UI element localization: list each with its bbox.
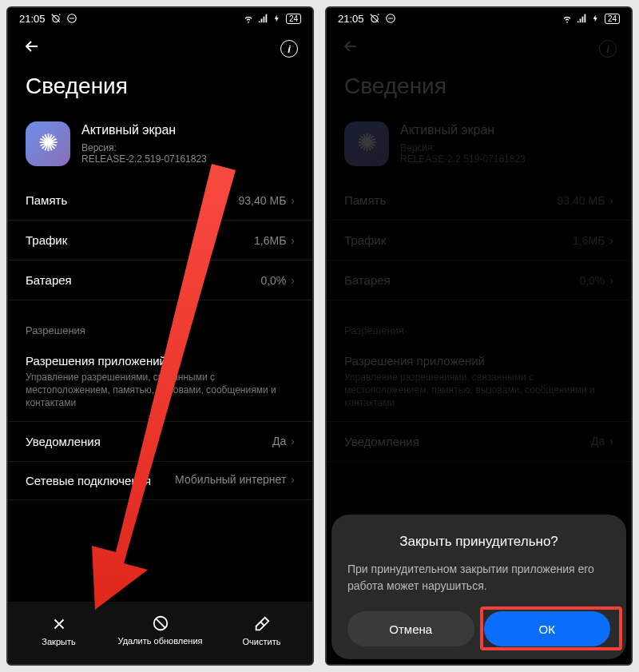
row-app-permissions[interactable]: Разрешения приложений Управление разреше… xyxy=(8,344,312,422)
app-version-label: Версия: xyxy=(81,142,295,153)
status-bar: 21:05 24 xyxy=(327,8,631,29)
status-time: 21:05 xyxy=(338,13,364,25)
row-battery-label: Батарея xyxy=(26,273,72,287)
bottom-clear-label: Очистить xyxy=(243,637,281,646)
row-memory[interactable]: Память 93,40 МБ› xyxy=(8,181,312,221)
dialog-text: При принудительном закрытии приложения е… xyxy=(347,561,610,594)
dnd-icon xyxy=(385,13,396,24)
charging-icon xyxy=(590,13,601,24)
row-traffic-label: Трафик xyxy=(26,233,67,247)
row-notifications-value: Да xyxy=(591,435,605,447)
app-name: Активный экран xyxy=(81,123,295,137)
row-network-value: Мобильный интернет xyxy=(175,473,286,486)
row-battery-value: 0,0% xyxy=(579,274,605,287)
back-icon[interactable] xyxy=(22,37,42,61)
row-notifications-value: Да xyxy=(272,435,286,447)
chevron-right-icon: › xyxy=(291,473,295,486)
wifi-icon xyxy=(243,13,254,24)
back-icon xyxy=(341,37,360,61)
row-network[interactable]: Сетевые подключения Мобильный интернет› xyxy=(8,462,312,501)
app-header: Активный экран Версия: RELEASE-2.2.519-0… xyxy=(8,115,312,181)
row-app-permissions-desc: Управление разрешениями, связанными с ме… xyxy=(344,371,613,410)
app-version: RELEASE-2.2.519-07161823 xyxy=(81,153,295,165)
app-header: Активный экран Версия: RELEASE-2.2.519-0… xyxy=(327,115,631,181)
app-icon xyxy=(344,121,389,166)
chevron-right-icon: › xyxy=(291,435,295,447)
top-bar: i xyxy=(327,29,631,69)
chevron-right-icon: › xyxy=(291,234,295,247)
app-version-label: Версия: xyxy=(400,142,613,153)
bottom-bar: Закрыть Удалить обновления Очистить xyxy=(8,602,312,664)
ok-button[interactable]: ОК xyxy=(484,611,611,646)
cancel-button[interactable]: Отмена xyxy=(347,611,474,646)
row-network-label: Сетевые подключения xyxy=(26,473,151,489)
section-permissions: Разрешения xyxy=(8,324,312,344)
alarm-off-icon xyxy=(369,13,380,24)
chevron-right-icon: › xyxy=(609,435,613,447)
row-notifications-label: Уведомления xyxy=(344,435,419,448)
phone-left: 21:05 24 i Све xyxy=(6,6,314,666)
row-traffic-label: Трафик xyxy=(344,233,386,247)
row-memory: Память 93,40 МБ› xyxy=(327,181,631,221)
row-app-permissions-label: Разрешения приложений xyxy=(26,354,295,368)
bottom-uninstall-updates[interactable]: Удалить обновления xyxy=(110,614,211,646)
signal-icon xyxy=(576,13,587,24)
app-name: Активный экран xyxy=(400,123,613,137)
row-memory-value: 93,40 МБ xyxy=(558,194,605,207)
row-traffic: Трафик 1,6МБ› xyxy=(327,221,631,260)
row-memory-label: Память xyxy=(344,193,386,207)
status-bar: 21:05 24 xyxy=(8,8,312,29)
info-icon: i xyxy=(599,40,617,58)
dnd-icon xyxy=(66,13,77,24)
page-title: Сведения xyxy=(8,69,312,115)
charging-icon xyxy=(272,13,283,24)
app-version: RELEASE-2.2.519-07161823 xyxy=(400,153,613,165)
row-traffic-value: 1,6МБ xyxy=(573,234,605,247)
force-stop-dialog: Закрыть принудительно? При принудительно… xyxy=(331,515,626,659)
page-title: Сведения xyxy=(327,69,631,115)
close-icon xyxy=(50,615,68,633)
bottom-close-label: Закрыть xyxy=(42,637,75,646)
row-notifications[interactable]: Уведомления Да› xyxy=(8,422,312,462)
prohibit-icon xyxy=(152,614,169,632)
row-app-permissions-label: Разрешения приложений xyxy=(344,354,613,368)
row-memory-label: Память xyxy=(26,193,67,207)
eraser-icon xyxy=(253,615,271,633)
bottom-close[interactable]: Закрыть xyxy=(9,615,109,646)
row-app-permissions-desc: Управление разрешениями, связанными с ме… xyxy=(26,371,295,410)
dialog-title: Закрыть принудительно? xyxy=(347,534,610,550)
chevron-right-icon: › xyxy=(609,274,613,287)
top-bar: i xyxy=(8,29,312,69)
wifi-icon xyxy=(562,13,573,24)
info-icon[interactable]: i xyxy=(280,40,298,58)
row-traffic[interactable]: Трафик 1,6МБ› xyxy=(8,221,312,260)
row-battery[interactable]: Батарея 0,0%› xyxy=(8,260,312,300)
chevron-right-icon: › xyxy=(609,194,613,207)
row-notifications: Уведомления Да› xyxy=(327,422,631,462)
row-battery: Батарея 0,0%› xyxy=(327,260,631,300)
signal-icon xyxy=(257,13,268,24)
row-memory-value: 93,40 МБ xyxy=(239,194,287,207)
alarm-off-icon xyxy=(50,13,62,24)
chevron-right-icon: › xyxy=(609,234,613,247)
row-traffic-value: 1,6МБ xyxy=(254,234,286,247)
row-notifications-label: Уведомления xyxy=(26,435,101,448)
battery-badge: 24 xyxy=(286,14,301,24)
status-time: 21:05 xyxy=(19,13,46,25)
chevron-right-icon: › xyxy=(291,194,295,207)
row-battery-value: 0,0% xyxy=(260,274,286,287)
chevron-right-icon: › xyxy=(291,274,295,287)
app-icon xyxy=(26,121,70,166)
bottom-uninstall-label: Удалить обновления xyxy=(118,636,203,646)
section-permissions: Разрешения xyxy=(327,324,631,344)
battery-badge: 24 xyxy=(605,14,620,24)
bottom-clear[interactable]: Очистить xyxy=(212,615,312,646)
row-battery-label: Батарея xyxy=(344,273,391,287)
row-app-permissions: Разрешения приложений Управление разреше… xyxy=(327,344,631,422)
phone-right: 21:05 24 xyxy=(325,6,633,666)
